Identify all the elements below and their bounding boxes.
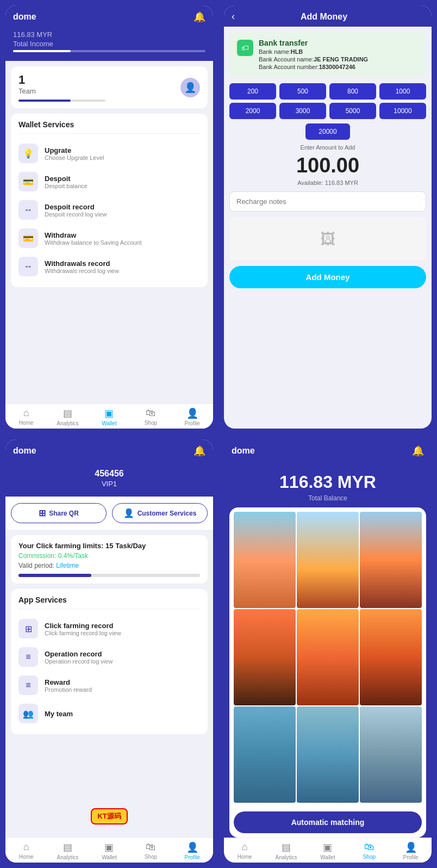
- amount-row-last: 20000: [229, 123, 426, 140]
- wallet-icon-tl: ▣: [104, 407, 114, 419]
- upload-image-area[interactable]: 🖼: [229, 217, 426, 261]
- click-farming-icon: ⊞: [18, 619, 38, 638]
- nav-home-tl[interactable]: ⌂ Home: [14, 407, 38, 426]
- customer-services-button[interactable]: 👤 Customer Services: [112, 503, 208, 523]
- service-withdraw[interactable]: 💳 Withdraw Withdraw balance to Saving Ac…: [18, 224, 200, 252]
- amount-200[interactable]: 200: [229, 83, 276, 100]
- amount-1000[interactable]: 1000: [379, 83, 426, 100]
- amount-2000[interactable]: 2000: [229, 103, 276, 119]
- balance-label: Total Income: [13, 40, 205, 48]
- reward-icon: ≡: [18, 675, 38, 695]
- nav-wallet-br[interactable]: ▣ Wallet: [316, 841, 340, 860]
- balance-bar-bg: [13, 50, 205, 52]
- click-farming-record[interactable]: ⊞ Click farming record Click farming rec…: [18, 615, 200, 643]
- despoit-record-info: Despoit record Despoit record log view: [45, 203, 107, 218]
- amount-grid: 200 500 800 1000 2000 3000 5000 10000: [229, 83, 426, 119]
- despoit-title: Despoit: [45, 175, 88, 183]
- vip-level: VIP1: [11, 480, 208, 488]
- back-button[interactable]: ‹: [232, 11, 235, 22]
- service-despoit-record[interactable]: ↔ Despoit record Despoit record log view: [18, 196, 200, 224]
- withdrawals-record-info: Withdrawals record Withdrawals record lo…: [45, 259, 119, 274]
- operation-record[interactable]: ≡ Operation record Operation record log …: [18, 643, 200, 671]
- amount-800[interactable]: 800: [329, 83, 376, 100]
- reward-service[interactable]: ≡ Reward Promotion reward: [18, 671, 200, 699]
- available-label: Available: 116.83 MYR: [229, 179, 426, 186]
- grid-cell-4: [234, 609, 296, 705]
- upgrate-title: Upgrate: [45, 146, 104, 154]
- add-money-content: 🏷 Bank transfer Bank name:HLB Bank Accou…: [224, 27, 432, 429]
- profile-label-br: Profile: [403, 854, 419, 860]
- nav-home-bl[interactable]: ⌂ Home: [14, 841, 38, 860]
- bell-icon-tl[interactable]: 🔔: [193, 11, 205, 23]
- wallet-services-title: Wallet Services: [18, 120, 200, 134]
- nav-wallet-tl[interactable]: ▣ Wallet: [97, 407, 121, 426]
- amount-500[interactable]: 500: [279, 83, 326, 100]
- grid-cell-9: [360, 706, 422, 803]
- analytics-icon-tl: ▤: [63, 407, 72, 419]
- image-card: Automatic matching: [229, 507, 426, 838]
- topbar-wallet: dome 🔔: [5, 5, 213, 30]
- wallet-label-br: Wallet: [320, 854, 335, 860]
- home-icon-tl: ⌂: [23, 407, 29, 419]
- nav-analytics-br[interactable]: ▤ Analytics: [274, 841, 298, 860]
- farming-bar-bg: [18, 574, 200, 577]
- enter-amount-label: Enter Amount to Add: [229, 144, 426, 151]
- topbar-balance: dome 🔔: [224, 439, 432, 461]
- total-balance-label: Total Balance: [229, 494, 426, 502]
- profile-label-bl: Profile: [185, 854, 200, 860]
- bottom-nav-br: ⌂ Home ▤ Analytics ▣ Wallet 🛍 Shop 👤 Pro…: [224, 838, 432, 863]
- nav-home-br[interactable]: ⌂ Home: [233, 841, 257, 860]
- home-label-bl: Home: [19, 854, 34, 860]
- bank-info: Bank transfer Bank name:HLB Bank Account…: [259, 39, 368, 70]
- amount-3000[interactable]: 3000: [279, 103, 326, 119]
- auto-match-button[interactable]: Automatic matching: [234, 811, 422, 833]
- bell-icon-bl[interactable]: 🔔: [193, 445, 205, 457]
- shop-icon-bl: 🛍: [146, 841, 155, 853]
- phone-card-balance: dome 🔔 116.83 MYR Total Balance Automati…: [224, 439, 432, 863]
- service-withdrawals-record[interactable]: ↔ Withdrawals record Withdrawals record …: [18, 252, 200, 281]
- team-left: 1 Team: [18, 73, 105, 102]
- grid-cell-1: [234, 512, 296, 608]
- service-upgrate[interactable]: 💡 Upgrate Choose Upgrate Level: [18, 139, 200, 168]
- recharge-notes-input[interactable]: [229, 191, 426, 212]
- bank-account-num-detail: Bank Account number:18300047246: [259, 64, 368, 70]
- shop-label-tl: Shop: [145, 420, 157, 426]
- reward-title: Reward: [45, 678, 92, 686]
- upgrate-info: Upgrate Choose Upgrate Level: [45, 146, 104, 161]
- service-despoit[interactable]: 💳 Despoit Despoit balance: [18, 168, 200, 196]
- bell-icon-br[interactable]: 🔔: [412, 445, 424, 457]
- nav-profile-bl[interactable]: 👤 Profile: [180, 841, 204, 860]
- operation-title: Operation record: [45, 650, 113, 658]
- withdraw-icon: 💳: [18, 228, 38, 248]
- app-services-card: App Services ⊞ Click farming record Clic…: [11, 589, 208, 734]
- analytics-label-br: Analytics: [276, 854, 297, 860]
- image-grid: [229, 507, 426, 807]
- team-avatar: 👤: [180, 78, 200, 97]
- nav-shop-tl[interactable]: 🛍 Shop: [139, 407, 163, 426]
- profile-content: Your Click farming limits: 15 Task/Day C…: [5, 530, 213, 838]
- share-qr-button[interactable]: ⊞ Share QR: [11, 503, 107, 523]
- app-title-tl: dome: [13, 12, 36, 22]
- nav-profile-br[interactable]: 👤 Profile: [399, 841, 423, 860]
- nav-wallet-bl[interactable]: ▣ Wallet: [97, 841, 121, 860]
- nav-shop-bl[interactable]: 🛍 Shop: [139, 841, 163, 860]
- analytics-icon-br: ▤: [282, 841, 291, 853]
- nav-shop-br[interactable]: 🛍 Shop: [357, 841, 381, 860]
- profile-actions: ⊞ Share QR 👤 Customer Services: [5, 497, 213, 530]
- reward-sub: Promotion reward: [45, 686, 92, 693]
- total-balance-value: 116.83 MYR: [229, 472, 426, 492]
- amount-20000[interactable]: 20000: [305, 123, 349, 140]
- upload-icon: 🖼: [320, 230, 335, 248]
- amount-10000[interactable]: 10000: [379, 103, 426, 119]
- amount-5000[interactable]: 5000: [329, 103, 376, 119]
- nav-analytics-tl[interactable]: ▤ Analytics: [56, 407, 80, 426]
- my-team-service[interactable]: 👥 My team: [18, 699, 200, 728]
- home-label-br: Home: [238, 854, 252, 860]
- bank-account-name-detail: Bank Account name:JE FENG TRADING: [259, 56, 368, 63]
- shop-icon-tl: 🛍: [146, 407, 155, 419]
- nav-analytics-bl[interactable]: ▤ Analytics: [56, 841, 80, 860]
- panel-wallet: dome 🔔 116.83 MYR Total Income 1 Team: [0, 0, 218, 434]
- nav-profile-tl[interactable]: 👤 Profile: [180, 407, 204, 426]
- add-money-button[interactable]: Add Money: [229, 266, 426, 288]
- add-money-title: Add Money: [301, 12, 347, 22]
